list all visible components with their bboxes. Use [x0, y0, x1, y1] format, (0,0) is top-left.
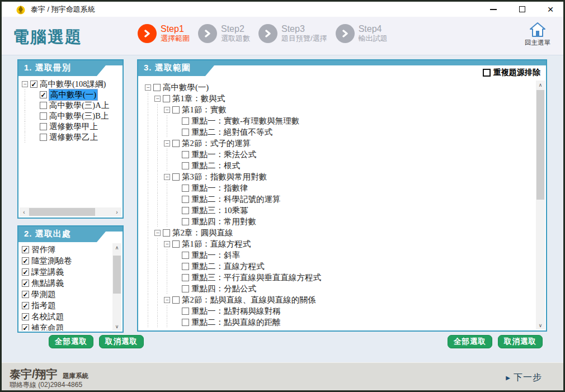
tree-node[interactable]: 重點一：指數律: [145, 182, 535, 193]
node-checkbox[interactable]: [182, 319, 189, 326]
tree-node-label[interactable]: 重點二：直線方程式: [191, 261, 265, 272]
tree-node[interactable]: 重點一：乘法公式: [145, 149, 535, 160]
expander-minus-icon[interactable]: −: [164, 297, 170, 303]
list-item[interactable]: ✓課堂講義: [22, 266, 111, 277]
tree-node[interactable]: −第2節：式子的運算: [145, 138, 535, 149]
close-button[interactable]: ×: [544, 3, 557, 16]
item-label[interactable]: 指考題: [31, 300, 56, 311]
tree-node[interactable]: 高中數學(三)A上: [22, 100, 120, 111]
tree-node[interactable]: −第2章：圓與直線: [145, 227, 535, 238]
scroll-right-icon[interactable]: ›: [112, 207, 121, 216]
tree-node-label[interactable]: 高中數學(一): [49, 89, 97, 100]
item-checkbox[interactable]: ✓: [22, 257, 29, 265]
tree-node[interactable]: 重點二：直線方程式: [145, 261, 535, 272]
dedupe-checkbox[interactable]: [483, 69, 491, 77]
node-checkbox[interactable]: ✓: [40, 91, 47, 98]
scroll-up-icon[interactable]: ∧: [536, 81, 545, 89]
item-checkbox[interactable]: ✓: [22, 280, 29, 287]
tree-node-label[interactable]: 第1章：數與式: [172, 93, 225, 104]
item-checkbox[interactable]: ✓: [22, 268, 29, 276]
tree-node[interactable]: 重點三：10乘冪: [145, 205, 535, 216]
list-item[interactable]: ✓隨堂測驗卷: [22, 255, 111, 266]
node-checkbox[interactable]: [182, 207, 189, 214]
node-checkbox[interactable]: [40, 123, 47, 130]
expander-minus-icon[interactable]: −: [145, 84, 151, 91]
item-checkbox[interactable]: ✓: [22, 313, 29, 320]
item-label[interactable]: 隨堂測驗卷: [31, 256, 72, 266]
list-item[interactable]: ✓習作簿: [22, 244, 111, 255]
tree-node[interactable]: 選修數學乙上: [22, 132, 120, 143]
vertical-scrollbar[interactable]: ∧ ∨: [536, 81, 545, 329]
dedupe-option[interactable]: 重複題源排除: [483, 68, 540, 78]
node-checkbox[interactable]: [182, 308, 189, 315]
tree-node-label[interactable]: 高中數學(一): [163, 82, 209, 93]
tree-node-label[interactable]: 高中數學(108課綱): [40, 79, 106, 89]
node-checkbox[interactable]: [182, 151, 189, 158]
tree-node[interactable]: −高中數學(一): [145, 82, 535, 93]
tree-node-label[interactable]: 第1節：實數: [182, 105, 227, 115]
node-checkbox[interactable]: [182, 285, 189, 292]
tree-node-label[interactable]: 第2節：式子的運算: [182, 138, 251, 149]
list-item[interactable]: ✓焦點講義: [22, 277, 111, 289]
list-item[interactable]: ✓指考題: [22, 300, 111, 311]
item-label[interactable]: 習作簿: [31, 244, 56, 255]
expander-minus-icon[interactable]: −: [154, 96, 161, 102]
item-checkbox[interactable]: ✓: [22, 324, 29, 331]
item-checkbox[interactable]: ✓: [22, 246, 29, 253]
tree-node-label[interactable]: 選修數學乙上: [49, 132, 98, 143]
tree-node[interactable]: 重點一：實數-有理數與無理數: [145, 115, 535, 126]
node-checkbox[interactable]: [172, 106, 180, 114]
tree-node[interactable]: 重點二：科學記號的運算: [145, 193, 535, 205]
tree-node-label[interactable]: 高中數學(三)B上: [49, 111, 109, 121]
tree-node[interactable]: 重點二：根式: [145, 160, 535, 171]
scroll-down-icon[interactable]: ∨: [112, 322, 121, 330]
node-checkbox[interactable]: [172, 173, 180, 181]
tree-node[interactable]: 重點二：點與直線的距離: [145, 317, 535, 328]
tree-node[interactable]: 重點一：斜率: [145, 249, 535, 261]
tree-node[interactable]: −第1章：數與式: [145, 93, 535, 104]
tree-node[interactable]: 高中數學(三)B上: [22, 111, 120, 121]
scroll-up-icon[interactable]: ∧: [112, 243, 121, 252]
expander-minus-icon[interactable]: −: [154, 230, 161, 236]
list-item[interactable]: ✓補充命題: [22, 322, 111, 330]
scrollbar-thumb[interactable]: [113, 256, 121, 294]
node-checkbox[interactable]: [163, 229, 170, 237]
tree-node-label[interactable]: 重點一：點對稱與線對稱: [191, 306, 281, 317]
tree-node[interactable]: 重點二：絕對值不等式: [145, 126, 535, 138]
node-checkbox[interactable]: [40, 102, 47, 109]
deselect-button[interactable]: 取消選取: [99, 335, 144, 348]
tree-node[interactable]: 選修數學甲上: [22, 121, 120, 132]
tree-node-label[interactable]: 重點二：科學記號的運算: [191, 194, 281, 205]
select-all-button[interactable]: 全部選取: [448, 335, 492, 348]
node-checkbox[interactable]: [182, 218, 189, 225]
tree-node-label[interactable]: 重點一：實數-有理數與無理數: [191, 116, 299, 126]
node-checkbox[interactable]: [182, 263, 189, 270]
scroll-down-icon[interactable]: ∨: [536, 321, 545, 329]
minimize-button[interactable]: [487, 3, 500, 16]
tree-node-label[interactable]: 第2節：點與直線、直線與直線的關係: [182, 295, 316, 305]
node-checkbox[interactable]: [182, 117, 189, 125]
node-checkbox[interactable]: ✓: [30, 81, 37, 88]
node-checkbox[interactable]: [182, 274, 189, 281]
node-checkbox[interactable]: [182, 185, 189, 192]
tree-node[interactable]: 重點四：常用對數: [145, 216, 535, 227]
home-menu-button[interactable]: 回主選單: [520, 21, 555, 47]
item-checkbox[interactable]: ✓: [22, 302, 29, 309]
list-item[interactable]: ✓名校試題: [22, 311, 111, 322]
node-checkbox[interactable]: [182, 252, 189, 259]
item-label[interactable]: 學測題: [31, 289, 56, 300]
tree-node[interactable]: 重點四：分點公式: [145, 283, 535, 294]
tree-node[interactable]: −第1節：直線方程式: [145, 238, 535, 249]
node-checkbox[interactable]: [153, 84, 161, 91]
tree-node-label[interactable]: 重點一：乘法公式: [191, 149, 256, 160]
node-checkbox[interactable]: [172, 296, 180, 304]
tree-node-label[interactable]: 重點二：根式: [191, 160, 240, 171]
tree-node-label[interactable]: 第1節：直線方程式: [182, 239, 251, 249]
tree-node-label[interactable]: 高中數學(三)A上: [49, 100, 109, 111]
node-checkbox[interactable]: [40, 112, 47, 120]
tree-node[interactable]: −第2節：點與直線、直線與直線的關係: [145, 294, 535, 305]
tree-node-label[interactable]: 重點一：斜率: [191, 250, 240, 261]
tree-node-label[interactable]: 重點二：點與直線的距離: [191, 317, 281, 328]
next-step-button[interactable]: ▶ 下一步: [506, 372, 542, 384]
node-checkbox[interactable]: [172, 140, 180, 147]
